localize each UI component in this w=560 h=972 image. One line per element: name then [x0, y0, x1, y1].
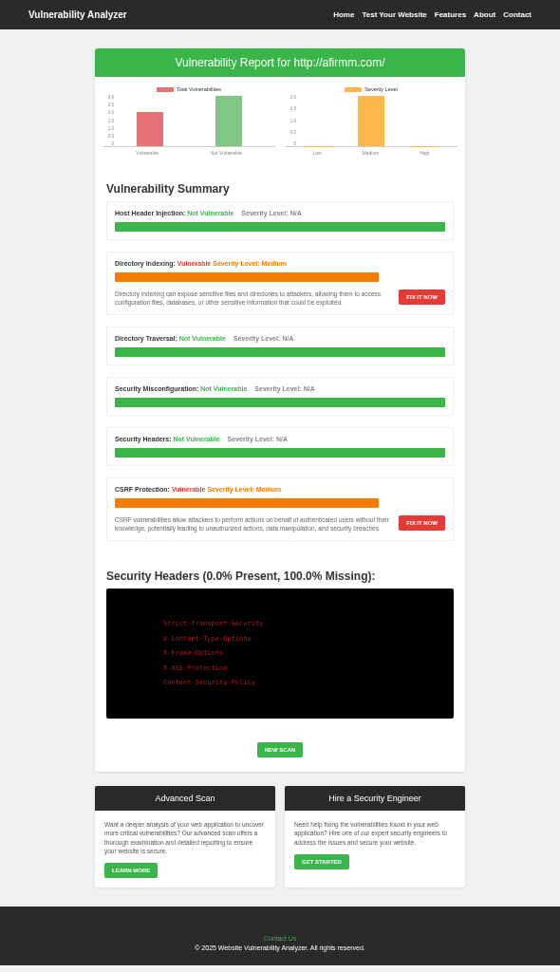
progress-bar [115, 272, 379, 282]
footer-contact[interactable]: Contact Us [0, 935, 560, 942]
bar-medium [358, 96, 384, 146]
vuln-severity: Severity Level: N/A [228, 436, 288, 442]
vuln-desc: Directory indexing can expose sensitive … [115, 290, 391, 307]
legend-label-severity: Severity Level [364, 86, 398, 92]
yaxis-severity: 2.0 1.5 1.0 0.5 0 [285, 95, 296, 146]
header-missing: Content-Security-Policy [163, 676, 397, 690]
progress-bar [115, 448, 445, 458]
vuln-title: Security Headers: Not Vulnerable Severit… [115, 436, 445, 442]
chart-severity: Severity Level 2.0 1.5 1.0 0.5 0 Low Med… [285, 86, 457, 156]
headers-section: Security Headers (0.0% Present, 100.0% M… [95, 570, 465, 728]
vuln-severity: Severity Level: Medium [213, 260, 287, 267]
nav-contact[interactable]: Contact [503, 10, 532, 19]
vuln-severity: Severity Level: Medium [207, 486, 281, 493]
vuln-item: Host Header Injection: Not Vulnerable Se… [106, 201, 454, 240]
promo-advanced-text: Want a deeper analysis of your web appli… [104, 820, 266, 854]
summary-section: Vulnerability Summary Host Header Inject… [95, 182, 465, 562]
header-missing: X-Frame-Options [163, 646, 397, 661]
progress-bar [115, 222, 445, 232]
promo-hire-title: Hire a Security Engineer [285, 786, 465, 811]
vuln-desc: CSRF vulnerabilities allow attackers to … [115, 515, 391, 533]
vuln-title: Directory Traversal: Not Vulnerable Seve… [115, 335, 445, 342]
vuln-severity: Severity Level: N/A [233, 335, 293, 342]
vuln-title: CSRF Protection: Vulnerable Severity Lev… [115, 486, 445, 493]
bar-high [410, 146, 437, 147]
vuln-item: CSRF Protection: Vulnerable Severity Lev… [106, 477, 454, 541]
header-missing: X-Content-Type-Options [163, 632, 397, 646]
vuln-item: Directory Indexing: Vulnerable Severity … [106, 252, 454, 315]
report-title: Vulnerability Report for http://afirmm.c… [95, 48, 465, 77]
footer: Contact Us © 2025 Website Vulnerability … [0, 907, 560, 965]
nav-features[interactable]: Features [435, 10, 466, 19]
promo-advanced-title: Advanced Scan [95, 786, 275, 811]
vuln-severity: Severity Level: N/A [241, 210, 301, 216]
nav-about[interactable]: About [474, 10, 495, 19]
bar-not-vulnerable [215, 96, 242, 146]
progress-bar [115, 347, 445, 357]
vuln-item: Directory Traversal: Not Vulnerable Seve… [106, 327, 454, 365]
vuln-item: Security Headers: Not Vulnerable Severit… [106, 427, 454, 466]
vuln-title: Host Header Injection: Not Vulnerable Se… [115, 210, 445, 216]
brand[interactable]: Vulnerability Analyzer [28, 9, 127, 20]
xaxis-total: Vulnerable Not Vulnerable [103, 150, 275, 156]
yaxis-total: 3.0 2.5 2.0 1.5 1.0 0.5 0 [103, 95, 114, 146]
fix-button[interactable]: FIX IT NOW [399, 290, 445, 305]
progress-bar [115, 498, 379, 508]
legend-label-total: Total Vulnerabilities [177, 86, 221, 92]
bar-vulnerable [137, 112, 163, 146]
promo-row: Advanced Scan Want a deeper analysis of … [95, 786, 465, 887]
promo-hire: Hire a Security Engineer Need help fixin… [285, 786, 465, 887]
chart-total: Total Vulnerabilities 3.0 2.5 2.0 1.5 1.… [103, 86, 275, 156]
summary-title: Vulnerability Summary [106, 182, 454, 196]
charts: Total Vulnerabilities 3.0 2.5 2.0 1.5 1.… [95, 77, 465, 175]
get-started-button[interactable]: GET STARTED [294, 854, 349, 869]
promo-hire-text: Need help fixing the vulnerabilities fou… [294, 820, 456, 846]
nav-links: Home Test Your Website Features About Co… [333, 10, 532, 19]
navbar: Vulnerability Analyzer Home Test Your We… [0, 0, 560, 29]
vuln-item: Security Misconfiguration: Not Vulnerabl… [106, 377, 454, 416]
vuln-status: Vulnerable [177, 260, 212, 267]
new-scan-button[interactable]: NEW SCAN [257, 742, 304, 757]
fix-button[interactable]: FIX IT NOW [399, 515, 445, 531]
bar-low [306, 146, 332, 147]
promo-advanced: Advanced Scan Want a deeper analysis of … [95, 786, 275, 887]
header-missing: Strict-Transport-Security [163, 617, 397, 631]
vuln-status: Not Vulnerable [179, 335, 226, 342]
chart-severity-area: 2.0 1.5 1.0 0.5 0 [285, 95, 457, 147]
report-card: Vulnerability Report for http://afirmm.c… [95, 48, 465, 772]
xaxis-severity: Low Medium High [285, 150, 457, 156]
learn-more-button[interactable]: LEARN MORE [104, 863, 158, 878]
vuln-status: Not Vulnerable [200, 385, 247, 392]
vuln-title: Directory Indexing: Vulnerable Severity … [115, 260, 445, 267]
footer-copy: © 2025 Website Vulnerability Analyzer. A… [0, 944, 560, 951]
vuln-status: Vulnerable [172, 486, 206, 493]
scan-row: NEW SCAN [95, 728, 465, 772]
headers-box: Strict-Transport-SecurityX-Content-Type-… [106, 589, 454, 719]
vuln-title: Security Misconfiguration: Not Vulnerabl… [115, 385, 445, 392]
progress-bar [115, 398, 445, 407]
legend-red-icon [157, 87, 174, 92]
vuln-status: Not Vulnerable [173, 436, 219, 442]
nav-test[interactable]: Test Your Website [362, 10, 426, 19]
chart-total-area: 3.0 2.5 2.0 1.5 1.0 0.5 0 [103, 95, 275, 147]
nav-home[interactable]: Home [333, 10, 354, 19]
vuln-severity: Severity Level: N/A [254, 385, 314, 392]
headers-title: Security Headers (0.0% Present, 100.0% M… [106, 570, 454, 583]
header-missing: X-XSS-Protection [163, 662, 397, 676]
legend-orange-icon [345, 87, 362, 92]
vuln-status: Not Vulnerable [187, 210, 233, 216]
